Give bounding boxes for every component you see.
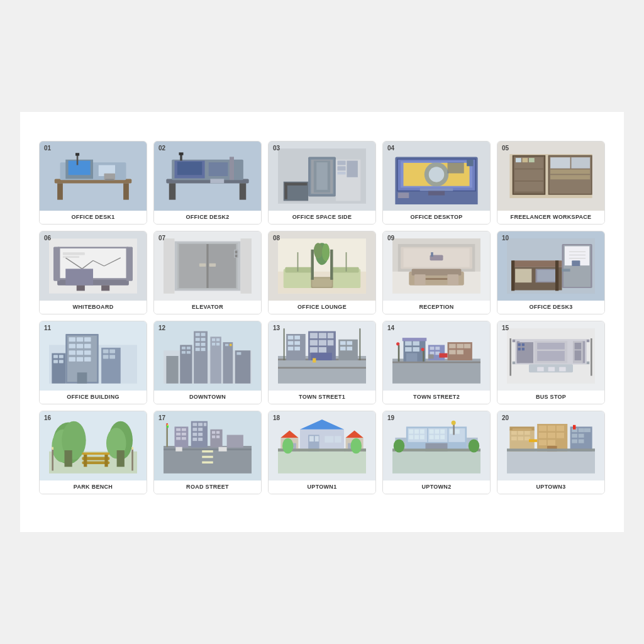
- thumbnail-number-04: 04: [387, 145, 394, 152]
- svg-rect-88: [164, 238, 175, 294]
- svg-rect-277: [131, 448, 133, 470]
- svg-rect-303: [216, 431, 219, 433]
- svg-rect-221: [402, 338, 427, 341]
- svg-rect-198: [328, 333, 334, 338]
- svg-rect-156: [109, 350, 115, 353]
- thumbnail-image-19: 19: [383, 411, 490, 480]
- thumbnail-number-07: 07: [158, 235, 165, 242]
- svg-rect-247: [537, 351, 565, 361]
- svg-rect-342: [435, 430, 439, 434]
- svg-point-42: [429, 167, 445, 182]
- thumbnail-card-11[interactable]: 11 OFFICE BUILDING: [39, 321, 147, 404]
- thumbnail-card-15[interactable]: 15 BUS STOP: [497, 321, 605, 404]
- thumbnail-card-03[interactable]: 03 OFFICE SPACE SIDE: [268, 141, 376, 225]
- svg-rect-390: [573, 425, 575, 430]
- svg-rect-384: [572, 434, 577, 438]
- svg-rect-77: [65, 269, 93, 285]
- thumbnail-card-16[interactable]: 16 PARK BENCH: [39, 411, 147, 494]
- thumbnail-card-01[interactable]: 01 OFFICE DESK1: [39, 141, 147, 225]
- svg-rect-219: [413, 347, 419, 352]
- svg-rect-172: [212, 343, 215, 345]
- thumbnail-number-06: 06: [44, 235, 51, 242]
- thumbnail-label-16: PARK BENCH: [40, 480, 147, 494]
- svg-rect-295: [192, 428, 197, 431]
- svg-rect-351: [440, 435, 445, 440]
- thumbnail-card-12[interactable]: 12 DOWNTOWN: [153, 321, 262, 404]
- thumbnail-card-09[interactable]: 09 RECEPTION: [382, 231, 491, 314]
- thumbnail-image-16: 16: [40, 411, 147, 480]
- svg-rect-318: [325, 436, 333, 443]
- thumbnail-card-14[interactable]: 14 TOWN STREET2: [382, 321, 491, 404]
- svg-rect-187: [278, 367, 366, 369]
- thumbnail-label-05: FREELANCER WORKSPACE: [497, 211, 604, 224]
- thumbnail-card-10[interactable]: 10 OFFICE DESK3: [497, 231, 605, 314]
- thumbnail-svg-09: [383, 231, 490, 301]
- svg-rect-310: [167, 426, 169, 428]
- svg-rect-341: [430, 430, 434, 434]
- thumbnail-image-02: 02: [154, 142, 261, 211]
- thumbnail-label-02: OFFICE DESK2: [154, 211, 261, 224]
- thumbnail-card-06[interactable]: 06 WHITEBOARD: [39, 231, 147, 314]
- thumbnail-image-03: 03: [269, 142, 375, 211]
- svg-rect-249: [575, 343, 582, 350]
- thumbnail-number-18: 18: [273, 414, 280, 421]
- svg-rect-386: [572, 440, 577, 443]
- svg-rect-217: [413, 341, 419, 345]
- svg-rect-83: [199, 264, 206, 267]
- thumbnail-card-02[interactable]: 02 OFFICE DESK2: [153, 141, 262, 225]
- svg-rect-147: [84, 357, 91, 362]
- svg-rect-290: [182, 437, 186, 440]
- svg-rect-347: [414, 435, 419, 440]
- thumbnail-card-20[interactable]: 20 UPTOWN3: [497, 411, 605, 494]
- svg-rect-273: [104, 453, 108, 467]
- svg-rect-355: [392, 448, 480, 451]
- svg-rect-138: [84, 337, 91, 341]
- svg-rect-365: [511, 436, 517, 440]
- svg-rect-183: [230, 344, 232, 347]
- svg-rect-189: [288, 336, 294, 340]
- thumbnail-label-10: OFFICE DESK3: [497, 301, 604, 314]
- svg-rect-289: [176, 437, 180, 440]
- svg-rect-139: [69, 344, 76, 348]
- svg-rect-346: [409, 435, 413, 440]
- svg-rect-76: [101, 286, 109, 291]
- thumbnail-label-11: OFFICE BUILDING: [40, 391, 147, 404]
- svg-rect-193: [288, 347, 294, 350]
- thumbnail-card-05[interactable]: 05 FREELANCER WORKSPACE: [497, 141, 605, 225]
- thumbnail-card-19[interactable]: 19 UPTOWN2: [382, 411, 491, 494]
- svg-rect-377: [539, 440, 547, 445]
- svg-rect-383: [584, 428, 591, 432]
- thumbnail-number-17: 17: [158, 414, 165, 421]
- thumbnail-card-17[interactable]: 17 ROAD STREET: [153, 411, 262, 494]
- svg-rect-306: [227, 435, 243, 448]
- svg-rect-145: [69, 357, 76, 362]
- svg-rect-305: [216, 435, 219, 438]
- thumbnail-card-13[interactable]: 13 TOWN STREET1: [268, 321, 376, 404]
- svg-rect-200: [319, 340, 326, 346]
- svg-rect-349: [430, 435, 434, 440]
- svg-rect-166: [201, 343, 206, 346]
- svg-rect-218: [405, 347, 412, 352]
- svg-rect-95: [332, 267, 359, 273]
- thumbnail-card-04[interactable]: 04 OFFICE DESKTOP: [382, 141, 491, 225]
- svg-rect-345: [455, 430, 460, 434]
- svg-rect-320: [309, 436, 314, 441]
- thumbnail-label-17: ROAD STREET: [154, 480, 261, 494]
- thumbnail-card-18[interactable]: 18 UPTOWN1: [268, 411, 376, 494]
- svg-rect-178: [187, 351, 191, 353]
- thumbnail-image-08: 08: [269, 231, 375, 301]
- svg-rect-184: [236, 352, 241, 355]
- svg-rect-16: [177, 162, 202, 175]
- thumbnail-label-14: TOWN STREET2: [383, 391, 490, 404]
- svg-rect-18: [230, 157, 234, 180]
- svg-rect-201: [328, 340, 334, 346]
- thumbnail-card-07[interactable]: 07 ELEVATOR: [153, 231, 262, 314]
- svg-rect-254: [518, 348, 521, 350]
- thumbnail-image-07: 07: [154, 231, 261, 301]
- thumbnail-svg-20: [497, 411, 604, 480]
- svg-rect-235: [423, 350, 425, 362]
- svg-rect-157: [103, 355, 109, 358]
- svg-rect-132: [555, 260, 558, 291]
- svg-rect-52: [514, 170, 543, 181]
- thumbnail-card-08[interactable]: 08 OFFICE LOUNGE: [268, 231, 376, 314]
